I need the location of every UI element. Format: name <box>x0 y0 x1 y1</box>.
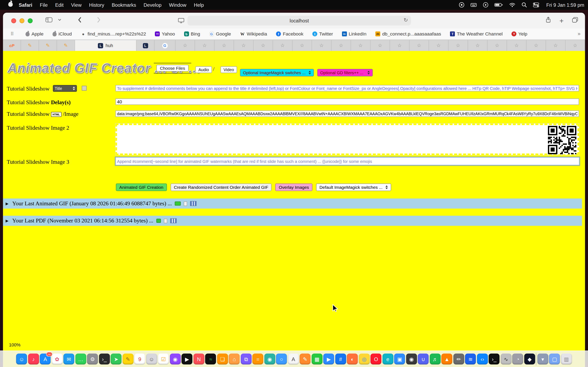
dock-app-edge[interactable]: e <box>382 354 393 364</box>
dock-app-documents-folder[interactable]: ▢ <box>549 354 560 364</box>
gd-filters-select[interactable]: Optional GD filters++ ... <box>317 69 373 76</box>
menu-item[interactable]: View <box>71 2 81 8</box>
imagemagick-switches-select[interactable]: Optional ImageMagick switches ... <box>240 69 314 76</box>
favorite-yahoo[interactable]: Yahoo <box>155 31 175 36</box>
tab-star-15[interactable] <box>449 40 468 51</box>
title-select[interactable]: Title <box>53 85 77 92</box>
animated-gif-creation-button[interactable]: Animated GIF Creation <box>116 184 167 191</box>
favorite-bing[interactable]: Bing <box>184 31 200 36</box>
tab-pencil-3[interactable] <box>57 40 75 51</box>
dock-app-obs[interactable]: ◉ <box>406 354 417 364</box>
tab-star-2[interactable] <box>195 40 215 51</box>
dock-app-photos[interactable]: ✿ <box>52 354 62 364</box>
tab-star-11[interactable] <box>371 40 390 51</box>
dock-app-tv[interactable]: ▶ <box>182 354 192 364</box>
forward-button[interactable] <box>97 17 101 25</box>
favorite-twitter[interactable]: Twitter <box>312 31 333 36</box>
tab-star-16[interactable] <box>468 40 488 51</box>
tab-star-14[interactable] <box>429 40 449 51</box>
dock-app-disk-utility[interactable]: ◔ <box>512 354 523 364</box>
menubar-clock[interactable]: Fri 9 Jan 1:59 pm <box>546 2 584 8</box>
dock-app-pages[interactable]: ✎ <box>300 354 311 364</box>
gif-preview-icon[interactable] <box>156 219 161 223</box>
dock-app-notes[interactable]: ✎ <box>122 354 133 364</box>
tab-star-9[interactable] <box>332 40 351 51</box>
dock-app-trash[interactable]: ▥ <box>561 354 572 364</box>
favorite-google[interactable]: Google <box>209 31 231 36</box>
disclosure-triangle-icon[interactable]: ▶ <box>6 219 9 223</box>
favorite-weather-channel[interactable]: The Weather Channel <box>450 31 503 36</box>
dock-app-discord[interactable]: ∪ <box>418 354 429 364</box>
watermark-comment-input[interactable] <box>116 157 579 165</box>
dock-app-shortcuts[interactable]: ⧉ <box>241 354 251 364</box>
tab-star-4[interactable] <box>234 40 254 51</box>
dock-app-calculator[interactable]: = <box>252 354 263 364</box>
keyboard-icon[interactable] <box>470 2 477 8</box>
overlay-images-button[interactable]: Overlay Images <box>276 184 312 191</box>
randomized-gif-button[interactable]: Create Randomized Content Order Animated… <box>171 184 272 191</box>
dock-app-podcasts[interactable]: ◉ <box>170 354 181 364</box>
favorite-wikipedia[interactable]: Wikipedia <box>240 31 267 36</box>
dock-app-photo-booth[interactable]: ◉ <box>264 354 275 364</box>
dock-app-vlc[interactable]: ▲ <box>441 354 452 364</box>
favorite-facebook[interactable]: Facebook <box>276 31 303 36</box>
battery-icon[interactable] <box>494 2 503 8</box>
dock-app-terminal[interactable]: ›_ <box>99 354 110 364</box>
favorite-icloud[interactable]: iCloud <box>52 31 72 36</box>
dock-app-downloads[interactable]: ▾ <box>537 354 548 364</box>
back-button[interactable] <box>77 17 82 25</box>
dock-app-books[interactable]: ❏ <box>217 354 228 364</box>
dock-app-xcode[interactable]: # <box>335 354 346 364</box>
favorite-linkedin[interactable]: LinkedIn <box>342 31 366 36</box>
audio-button[interactable]: Audio <box>195 66 212 73</box>
fullscreen-window-button[interactable] <box>28 18 33 23</box>
image2-drop-area[interactable] <box>116 124 579 155</box>
dock-app-mail[interactable]: ✉ <box>63 354 74 364</box>
dock-app-calendar[interactable]: 9 <box>134 354 145 364</box>
menu-item[interactable]: Develop <box>144 2 162 8</box>
tab-cpanel[interactable] <box>3 40 21 51</box>
dock-app-app-store[interactable]: A 260 <box>40 354 51 364</box>
dock-app-pixelmator[interactable]: ◆ <box>524 354 535 364</box>
tab-star-10[interactable] <box>351 40 371 51</box>
title-supplement-input[interactable] <box>116 85 579 91</box>
dock-app-preview[interactable]: ○ <box>276 354 287 364</box>
tab-star-17[interactable] <box>488 40 507 51</box>
dock-app-firefox[interactable]: ◐ <box>347 354 358 364</box>
dock-app-stocks[interactable]: ≈ <box>205 354 216 364</box>
title-colour-swatch[interactable] <box>82 86 86 91</box>
sidebar-chevron-icon[interactable] <box>58 17 61 25</box>
tab-star-13[interactable] <box>410 40 429 51</box>
dock-app-news[interactable]: N <box>193 354 204 364</box>
tab-pencil-1[interactable] <box>21 40 39 51</box>
tab-overview-icon[interactable] <box>572 17 578 25</box>
small-file-icon[interactable] <box>184 201 187 206</box>
favorite-apple[interactable]: Apple <box>26 31 43 36</box>
dock-app-reminders[interactable]: ☑ <box>158 354 169 364</box>
share-icon[interactable] <box>545 17 551 25</box>
dock-app-settings[interactable]: ⚙ <box>87 354 98 364</box>
tab-star-1[interactable] <box>176 40 195 51</box>
dock-app-contacts[interactable]: ☺ <box>146 354 157 364</box>
default-switches-select[interactable]: Default ImageMagick switches ... <box>316 184 391 191</box>
favorite-find-minus[interactable]: find_minus....rep+%22s%22 <box>81 31 146 36</box>
tab-star-6[interactable] <box>273 40 293 51</box>
menubar-app-name[interactable]: Safari <box>19 2 32 8</box>
app-badge-icon[interactable] <box>458 2 465 8</box>
wifi-icon[interactable] <box>509 2 516 8</box>
tab-huh-active[interactable]: huh <box>75 40 136 51</box>
screen-mirroring-icon[interactable] <box>483 2 489 8</box>
choose-files-button[interactable]: Choose Files <box>156 65 189 72</box>
menu-item[interactable]: Help <box>194 2 204 8</box>
tab-star-12[interactable] <box>390 40 410 51</box>
dock-app-music[interactable]: ♪ <box>28 354 39 364</box>
dock-app-vscode[interactable]: ‹› <box>477 354 488 364</box>
menu-item[interactable]: Window <box>169 2 186 8</box>
tab-star-7[interactable] <box>293 40 312 51</box>
menu-item[interactable]: File <box>40 2 48 8</box>
reload-icon[interactable]: ↻ <box>404 17 408 23</box>
dock-app-messages[interactable]: … <box>75 354 86 364</box>
dock-app-spotify[interactable]: ♬ <box>430 354 440 364</box>
close-window-button[interactable] <box>11 18 16 23</box>
minimize-window-button[interactable] <box>20 18 25 23</box>
